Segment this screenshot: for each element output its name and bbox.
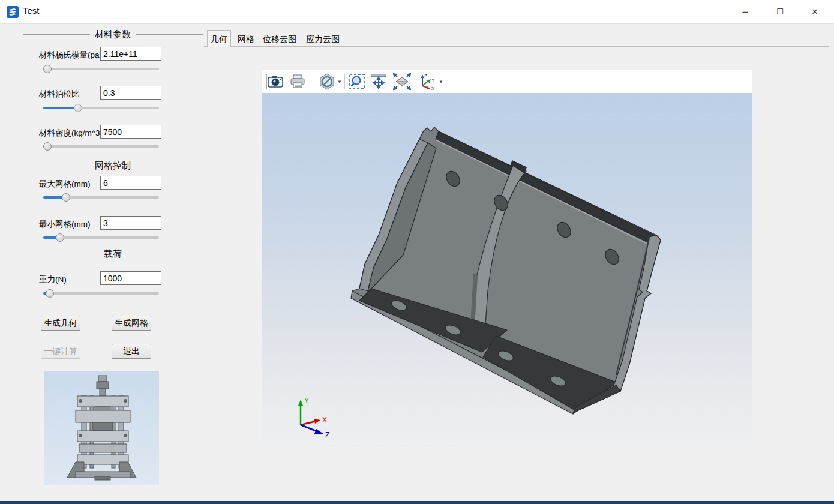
group-title: 载荷 [99,248,127,260]
slider-handle[interactable] [56,233,64,242]
cad-model [262,93,752,447]
group-title: 材料参数 [90,29,136,40]
pan-icon[interactable] [370,73,387,90]
min-mesh-slider[interactable] [43,233,159,242]
max-mesh-input[interactable] [100,176,161,190]
generate-mesh-button[interactable]: 生成网格 [112,316,151,331]
group-title: 网格控制 [90,160,136,172]
close-button[interactable]: ✕ [801,0,829,24]
test-machine-image [44,371,159,485]
app-icon [7,6,19,18]
slider-track[interactable] [43,292,159,295]
slider-track[interactable] [43,145,159,148]
density-label: 材料密度(kg/m^3) [39,128,103,139]
group-mesh-control: 网格控制 [23,166,203,166]
taskbar-strip [0,501,834,504]
toolbar-separator [314,74,314,89]
youngs-modulus-label: 材料杨氏模量(pa) [39,50,102,61]
slider-handle[interactable] [62,193,70,202]
toolbar-separator [344,74,345,89]
dropdown-caret-icon[interactable]: ▼ [337,79,342,85]
gravity-label: 重力(N) [39,274,67,285]
poisson-ratio-slider[interactable] [43,104,159,112]
min-mesh-input[interactable] [100,216,161,230]
tab-geometry[interactable]: 几何 [207,30,231,47]
window-title: Test [23,5,40,16]
camera-icon[interactable] [266,73,284,90]
app-window: Test ─ ☐ ✕ 材料参数 材料杨氏模量(pa) 材料泊松比 材料密度(kg… [0,0,834,504]
title-bar: Test ─ ☐ ✕ [0,0,834,24]
axis-y-label: Y [431,77,435,83]
poisson-ratio-label: 材料泊松比 [39,89,80,100]
viewport-toolbar: ▼ [262,70,752,93]
slider-track[interactable] [43,68,159,70]
maximize-button[interactable]: ☐ [766,0,794,24]
tab-mesh[interactable]: 网格 [234,31,258,47]
tab-displacement-contour[interactable]: 位移云图 [260,31,299,47]
triad-z-label: Z [325,431,329,438]
zoom-area-icon[interactable] [349,73,365,90]
axis-orientation-icon[interactable]: Z Y X ▼ [417,73,443,90]
viewport-3d[interactable]: Y X Z [262,93,752,447]
poisson-ratio-input[interactable] [100,86,161,100]
axis-z-label: Z [424,73,427,79]
printer-icon[interactable] [289,73,306,90]
one-click-compute-button: 一键计算 [41,344,80,359]
slider-handle[interactable] [43,142,52,151]
group-load: 载荷 [23,254,203,254]
tabpane-bottom-border [204,476,829,476]
max-mesh-label: 最大网格(mm) [39,179,90,190]
density-slider[interactable] [43,142,159,151]
slider-handle[interactable] [74,104,82,112]
generate-geometry-button[interactable]: 生成几何 [41,316,80,331]
triad-y-label: Y [304,397,309,405]
max-mesh-slider[interactable] [43,193,159,202]
tab-stress-contour[interactable]: 应力云图 [303,31,343,47]
minimize-button[interactable]: ─ [731,0,759,24]
youngs-modulus-input[interactable] [100,47,161,61]
parameter-panel: 材料参数 材料杨氏模量(pa) 材料泊松比 材料密度(kg/m^3) 网格控制 … [0,24,204,501]
gravity-slider[interactable] [43,289,159,298]
density-input[interactable] [100,125,161,139]
slider-fill [43,107,78,109]
exit-button[interactable]: 退出 [112,344,151,359]
viewport-axis-triad: Y X Z [287,396,341,438]
triad-x-label: X [322,416,327,424]
no-projection-icon[interactable]: ▼ [318,73,342,90]
youngs-modulus-slider[interactable] [43,65,159,73]
slider-handle[interactable] [43,65,52,73]
fit-view-icon[interactable] [392,73,412,90]
axis-x-label: X [431,86,435,91]
gravity-input[interactable] [100,271,161,285]
slider-handle[interactable] [46,289,54,298]
min-mesh-label: 最小网格(mm) [39,219,90,230]
group-material-params: 材料参数 [23,34,203,35]
dropdown-caret-icon[interactable]: ▼ [439,79,443,85]
